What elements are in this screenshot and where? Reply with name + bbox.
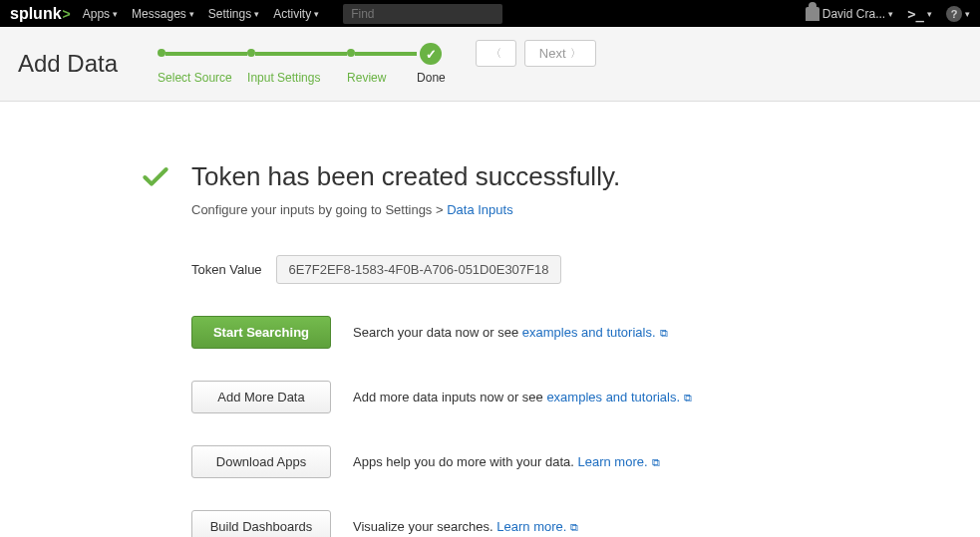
build-dashboards-desc: Visualize your searches. Learn more.⧉ <box>353 519 578 534</box>
data-inputs-link[interactable]: Data Inputs <box>447 202 513 217</box>
nav-right: David Cra...▾ >_▾ ?▾ <box>806 6 970 22</box>
page-title: Add Data <box>18 50 118 78</box>
chevron-down-icon: ▾ <box>113 9 118 19</box>
subheader: Add Data Select Source Input Settings Re… <box>0 27 980 102</box>
help-icon: ? <box>946 6 962 22</box>
wizard-dot-icon <box>247 49 255 57</box>
wizard-step-select-source[interactable]: Select Source <box>158 71 232 85</box>
learn-more-link[interactable]: Learn more. <box>577 454 647 469</box>
external-link-icon: ⧉ <box>684 392 692 403</box>
main-content: Token has been created successfully. Con… <box>0 102 897 537</box>
add-more-data-button[interactable]: Add More Data <box>191 381 331 413</box>
nav-settings[interactable]: Settings▾ <box>208 7 259 21</box>
search-input[interactable] <box>343 4 502 24</box>
success-heading: Token has been created successfully. <box>191 161 620 192</box>
success-subtext: Configure your inputs by going to Settin… <box>191 202 620 217</box>
build-dashboards-button[interactable]: Build Dashboards <box>191 510 331 537</box>
token-row: Token Value 6E7F2EF8-1583-4F0B-A706-051D… <box>191 255 897 284</box>
nav-menu: Apps▾ Messages▾ Settings▾ Activity▾ <box>83 4 502 24</box>
chevron-right-icon: 〉 <box>570 46 581 61</box>
prompt-menu[interactable]: >_▾ <box>907 6 932 22</box>
wizard-dot-icon <box>158 49 165 57</box>
external-link-icon: ⧉ <box>660 327 668 339</box>
wizard-step-done: Done <box>417 71 446 85</box>
download-apps-desc: Apps help you do more with your data. Le… <box>353 454 660 469</box>
wizard: Select Source Input Settings Review ✓ Do… <box>158 43 446 85</box>
nav-apps[interactable]: Apps▾ <box>83 7 118 21</box>
nav-messages[interactable]: Messages▾ <box>132 7 194 21</box>
add-more-data-desc: Add more data inputs now or see examples… <box>353 390 692 404</box>
wizard-step-input-settings[interactable]: Input Settings <box>247 71 320 85</box>
external-link-icon: ⧉ <box>652 456 660 468</box>
start-searching-button[interactable]: Start Searching <box>191 316 331 349</box>
chevron-down-icon: ▾ <box>927 9 932 19</box>
chevron-down-icon: ▾ <box>965 9 970 19</box>
nav-activity[interactable]: Activity▾ <box>273 7 319 21</box>
prompt-icon: >_ <box>907 6 924 22</box>
download-apps-button[interactable]: Download Apps <box>191 445 331 478</box>
chevron-down-icon: ▾ <box>888 9 893 19</box>
token-value[interactable]: 6E7F2EF8-1583-4F0B-A706-051D0E307F18 <box>276 255 562 284</box>
back-button[interactable]: 〈 <box>476 40 516 67</box>
chevron-down-icon: ▾ <box>314 9 319 19</box>
chevron-left-icon: 〈 <box>490 46 501 61</box>
wizard-step-review[interactable]: Review <box>347 71 386 85</box>
chevron-down-icon: ▾ <box>189 9 194 19</box>
learn-more-link[interactable]: Learn more. <box>496 519 566 534</box>
wizard-dot-icon <box>347 49 355 57</box>
user-menu[interactable]: David Cra...▾ <box>806 7 893 21</box>
chevron-down-icon: ▾ <box>254 9 259 19</box>
examples-link[interactable]: examples and tutorials. <box>522 325 656 340</box>
help-menu[interactable]: ?▾ <box>946 6 970 22</box>
brand-caret-icon: > <box>63 6 71 22</box>
external-link-icon: ⧉ <box>570 521 578 533</box>
success-check-icon <box>140 161 171 196</box>
examples-link[interactable]: examples and tutorials. <box>546 390 680 404</box>
brand-logo[interactable]: splunk> <box>10 5 71 23</box>
next-button[interactable]: Next〉 <box>524 40 596 67</box>
token-label: Token Value <box>191 262 262 277</box>
start-searching-desc: Search your data now or see examples and… <box>353 325 668 340</box>
wizard-done-check-icon: ✓ <box>420 43 442 65</box>
top-nav: splunk> Apps▾ Messages▾ Settings▾ Activi… <box>0 0 980 27</box>
user-icon <box>806 7 819 21</box>
